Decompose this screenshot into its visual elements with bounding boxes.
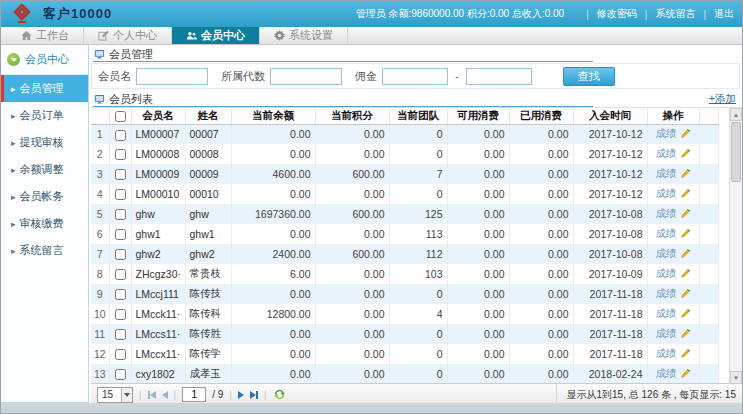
cell-join-date: 2017-10-08 bbox=[573, 204, 647, 224]
score-link[interactable]: 成绩 bbox=[656, 267, 677, 279]
score-link[interactable]: 成绩 bbox=[656, 307, 677, 319]
edit-pencil-icon[interactable] bbox=[680, 348, 691, 359]
row-checkbox[interactable] bbox=[115, 309, 126, 320]
edit-pencil-icon[interactable] bbox=[680, 368, 691, 379]
select-all-checkbox[interactable] bbox=[115, 111, 126, 122]
score-link[interactable]: 成绩 bbox=[656, 367, 677, 379]
member-name-input[interactable] bbox=[136, 68, 208, 85]
score-link[interactable]: 成绩 bbox=[656, 167, 677, 179]
member-table-zone: 会员名姓名当前余额当前积分当前团队可用消费已用消费入会时间操作 1 LM0000… bbox=[91, 107, 742, 383]
cell-name: 陈传学 bbox=[185, 344, 231, 364]
row-checkbox[interactable] bbox=[115, 329, 126, 340]
score-link[interactable]: 成绩 bbox=[656, 127, 677, 139]
section-member-list: 会员列表 +添加 bbox=[89, 90, 742, 107]
sidebar-item[interactable]: 会员订单 bbox=[1, 102, 88, 129]
sidebar-item[interactable]: 会员管理 bbox=[1, 75, 88, 102]
commission-max-input[interactable] bbox=[466, 68, 532, 85]
score-link[interactable]: 成绩 bbox=[656, 247, 677, 259]
sidebar-item[interactable]: 会员帐务 bbox=[1, 183, 88, 210]
cell-name: 成孝玉 bbox=[185, 364, 231, 384]
edit-pencil-icon[interactable] bbox=[680, 128, 691, 139]
prev-page-button[interactable] bbox=[162, 389, 168, 401]
refresh-icon[interactable] bbox=[273, 388, 286, 401]
cell-member-id: cxy1802 bbox=[131, 364, 185, 384]
column-header: 可用消费 bbox=[447, 108, 509, 124]
edit-pencil-icon[interactable] bbox=[680, 248, 691, 259]
last-page-button[interactable] bbox=[250, 389, 258, 401]
scroll-up-icon[interactable]: ▲ bbox=[730, 108, 742, 121]
commission-min-input[interactable] bbox=[382, 68, 448, 85]
logout-link[interactable]: 退出 bbox=[714, 7, 734, 21]
page-size-select[interactable]: 15 bbox=[97, 387, 133, 403]
row-checkbox[interactable] bbox=[115, 209, 126, 220]
add-member-link[interactable]: +添加 bbox=[709, 92, 736, 106]
tab-member-center[interactable]: 会员中心 bbox=[172, 27, 260, 44]
scrollbar-thumb[interactable] bbox=[731, 122, 741, 182]
edit-pencil-icon[interactable] bbox=[680, 208, 691, 219]
tab-workbench[interactable]: 工作台 bbox=[7, 27, 84, 44]
row-checkbox[interactable] bbox=[115, 130, 126, 141]
cell-balance: 0.00 bbox=[231, 124, 315, 144]
cell-team: 0 bbox=[389, 344, 447, 364]
row-checkbox[interactable] bbox=[115, 249, 126, 260]
cell-available: 0.00 bbox=[447, 364, 509, 384]
row-checkbox[interactable] bbox=[115, 169, 126, 180]
cell-join-date: 2017-10-08 bbox=[573, 224, 647, 244]
cell-member-id: LM00009 bbox=[131, 164, 185, 184]
score-link[interactable]: 成绩 bbox=[656, 187, 677, 199]
score-link[interactable]: 成绩 bbox=[656, 147, 677, 159]
edit-pencil-icon[interactable] bbox=[680, 308, 691, 319]
table-row: 3 LM00009 00009 4600.00 600.00 7 0.00 0.… bbox=[91, 164, 719, 184]
row-checkbox[interactable] bbox=[115, 149, 126, 160]
row-checkbox[interactable] bbox=[115, 269, 126, 280]
change-password-link[interactable]: 修改密码 bbox=[597, 7, 637, 21]
edit-pencil-icon[interactable] bbox=[680, 228, 691, 239]
cell-used: 0.00 bbox=[509, 224, 573, 244]
sidebar-header[interactable]: 会员中心 bbox=[1, 45, 88, 75]
edit-pencil-icon[interactable] bbox=[680, 268, 691, 279]
sidebar-item[interactable]: 审核缴费 bbox=[1, 210, 88, 237]
row-checkbox[interactable] bbox=[115, 369, 126, 380]
row-checkbox[interactable] bbox=[115, 349, 126, 360]
home-icon bbox=[21, 30, 32, 41]
system-message-link[interactable]: 系统留言 bbox=[655, 7, 695, 21]
score-link[interactable]: 成绩 bbox=[656, 287, 677, 299]
field-label-commission: 佣金 bbox=[355, 69, 377, 84]
search-button[interactable]: 查找 bbox=[563, 67, 615, 86]
cell-balance: 0.00 bbox=[231, 184, 315, 204]
edit-pencil-icon[interactable] bbox=[680, 188, 691, 199]
page-number-input[interactable] bbox=[182, 387, 206, 402]
section-title: 会员列表 bbox=[109, 92, 153, 107]
tab-system-settings[interactable]: 系统设置 bbox=[260, 27, 348, 44]
edit-pencil-icon[interactable] bbox=[680, 168, 691, 179]
table-body: 1 LM00007 00007 0.00 0.00 0 0.00 0.00 20… bbox=[91, 124, 719, 384]
cell-balance: 12800.00 bbox=[231, 304, 315, 324]
row-checkbox[interactable] bbox=[115, 289, 126, 300]
top-header-bar: 客户10000 管理员 余额:9860000.00 积分:0.00 总收入:0.… bbox=[1, 1, 742, 27]
vertical-scrollbar[interactable]: ▲ ▼ bbox=[729, 108, 742, 384]
edit-pencil-icon[interactable] bbox=[680, 288, 691, 299]
row-number: 11 bbox=[91, 324, 109, 344]
admin-balance-info: 管理员 余额:9860000.00 积分:0.00 总收入:0.00 bbox=[356, 7, 564, 21]
table-row: 13 cxy1802 成孝玉 0.00 0.00 0 0.00 0.00 201… bbox=[91, 364, 719, 384]
brand-logo-icon bbox=[11, 4, 33, 24]
edit-pencil-icon[interactable] bbox=[680, 328, 691, 339]
sidebar-item[interactable]: 余额调整 bbox=[1, 156, 88, 183]
row-checkbox[interactable] bbox=[115, 189, 126, 200]
row-checkbox[interactable] bbox=[115, 229, 126, 240]
score-link[interactable]: 成绩 bbox=[656, 347, 677, 359]
edit-pencil-icon[interactable] bbox=[680, 148, 691, 159]
tab-personal-center[interactable]: 个人中心 bbox=[84, 27, 172, 44]
score-link[interactable]: 成绩 bbox=[656, 227, 677, 239]
row-number: 3 bbox=[91, 164, 109, 184]
page-title: 客户10000 bbox=[43, 5, 112, 23]
first-page-button[interactable] bbox=[148, 389, 156, 401]
main-content: 会员管理 会员名 所属代数 佣金 - 查找 会员列表 +添加 bbox=[89, 45, 742, 403]
sidebar-item[interactable]: 提现审核 bbox=[1, 129, 88, 156]
generation-input[interactable] bbox=[270, 68, 342, 85]
score-link[interactable]: 成绩 bbox=[656, 207, 677, 219]
score-link[interactable]: 成绩 bbox=[656, 327, 677, 339]
table-row: 6 ghw1 ghw1 0.00 0.00 113 0.00 0.00 2017… bbox=[91, 224, 719, 244]
sidebar-item[interactable]: 系统留言 bbox=[1, 237, 88, 264]
next-page-button[interactable] bbox=[238, 389, 244, 401]
